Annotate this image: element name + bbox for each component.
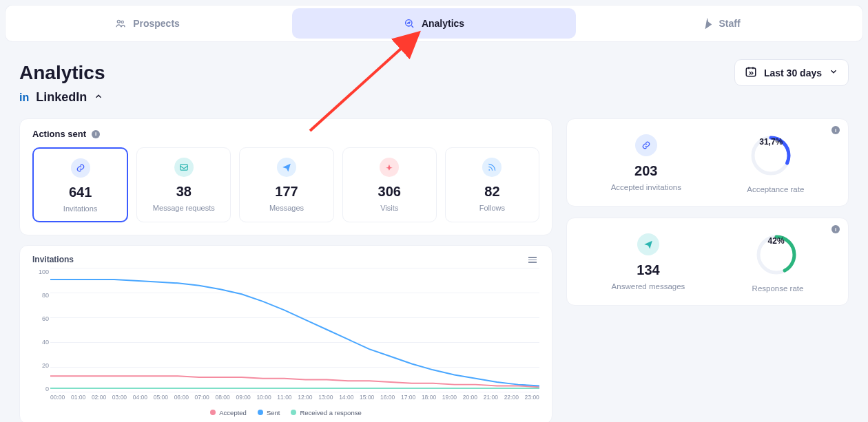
stat-tile-messages[interactable]: 177Messages [239,147,333,222]
info-icon[interactable]: i [831,225,840,233]
calendar-fast-icon [745,65,757,80]
stat-label: Messages [244,204,329,212]
chevron-down-icon [829,67,838,78]
kpi-card: i203Accepted invitations31,7%Acceptance … [566,118,849,207]
date-range-label: Last 30 days [764,67,822,78]
chart-area: 100806040200 00:0001:0002:0003:0004:0005… [50,268,539,406]
linkedin-icon: in [19,92,29,104]
legend-item: Accepted [210,409,247,416]
svg-point-0 [117,20,120,23]
staff-icon [701,18,712,29]
chevron-up-icon [94,90,103,105]
svg-rect-4 [746,68,756,76]
info-icon[interactable]: i [92,130,100,138]
kpi-card: i134Answered messages42%Response rate [566,218,849,306]
stat-tile-follows[interactable]: 82Follows [445,147,539,222]
kpi-ring: 31,7% [747,131,795,180]
platform-name: LinkedIn [36,90,87,105]
kpi-ring-label: Acceptance rate [747,185,804,193]
actions-sent-card: Actions sent i 641Invitations38Message r… [19,118,552,235]
chart-menu-icon[interactable] [526,254,539,266]
stat-value: 641 [38,184,123,200]
plane-icon [277,158,296,177]
kpi-value-label: Answered messages [612,282,685,291]
chart-card: Invitations 100806040200 00:0001:0002:00… [19,245,552,422]
stat-label: Invitations [38,204,123,213]
platform-section-toggle[interactable]: in LinkedIn [0,90,868,112]
plane-icon [637,233,659,255]
stat-value: 38 [141,184,226,200]
rss-icon [482,158,502,177]
kpi-value: 134 [637,262,659,278]
nav-icon [380,158,399,177]
tab-label: Analytics [422,18,464,29]
kpi-ring-pct: 42% [752,236,800,246]
card-title: Actions sent [32,129,86,139]
tab-staff[interactable]: Staff [579,6,862,41]
kpi-value-label: Accepted invitations [611,183,681,191]
tab-label: Prospects [133,18,180,29]
svg-point-1 [121,21,123,23]
stat-label: Follows [450,204,535,212]
chart-legend: AcceptedSentReceived a response [32,409,539,416]
chart-title: Invitations [32,255,74,264]
stat-tile-invitations[interactable]: 641Invitations [32,147,128,222]
tab-analytics[interactable]: Analytics [292,8,576,39]
stat-value: 306 [347,184,432,200]
top-nav: Prospects Analytics Staff [6,6,862,41]
kpi-ring-pct: 31,7% [747,137,795,147]
legend-item: Received a response [291,409,361,416]
legend-item: Sent [258,409,280,416]
link-icon [635,134,657,156]
stat-label: Visits [347,204,432,212]
kpi-value: 203 [634,163,657,179]
stat-tile-visits[interactable]: 306Visits [342,147,437,222]
date-range-picker[interactable]: Last 30 days [734,59,849,86]
stat-label: Message requests [141,204,226,212]
link-icon [71,158,90,178]
stat-value: 82 [450,184,535,200]
stat-tile-message-requests[interactable]: 38Message requests [136,147,231,222]
inbox-icon [174,158,194,177]
analytics-icon [404,18,415,29]
tab-prospects[interactable]: Prospects [6,6,289,41]
prospects-icon [115,18,126,29]
kpi-ring-label: Response rate [752,284,804,293]
stat-value: 177 [244,184,329,200]
kpi-ring: 42% [752,231,800,279]
page-title: Analytics [19,62,105,84]
info-icon[interactable]: i [831,126,840,134]
tab-label: Staff [719,18,740,29]
svg-point-6 [489,169,490,171]
